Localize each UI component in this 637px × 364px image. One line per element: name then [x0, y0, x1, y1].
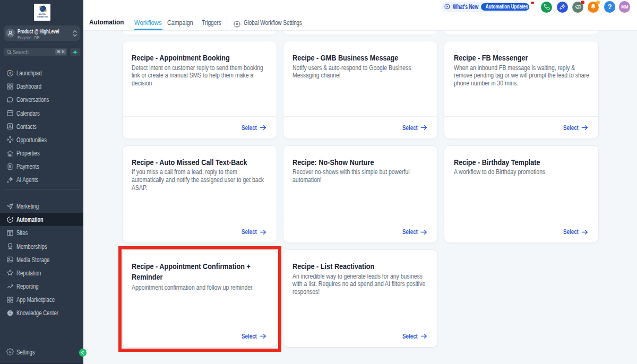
svg-text:CONNECTOR: CONNECTOR — [37, 16, 48, 18]
svg-text:ELITE: ELITE — [39, 13, 46, 15]
